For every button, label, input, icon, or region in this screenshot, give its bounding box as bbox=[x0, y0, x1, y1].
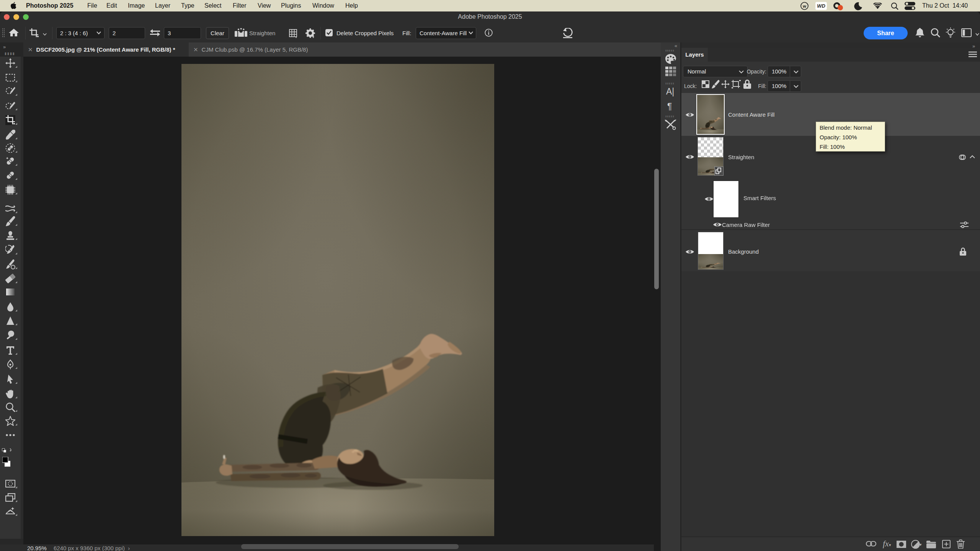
svg-text:w: w bbox=[802, 4, 806, 8]
